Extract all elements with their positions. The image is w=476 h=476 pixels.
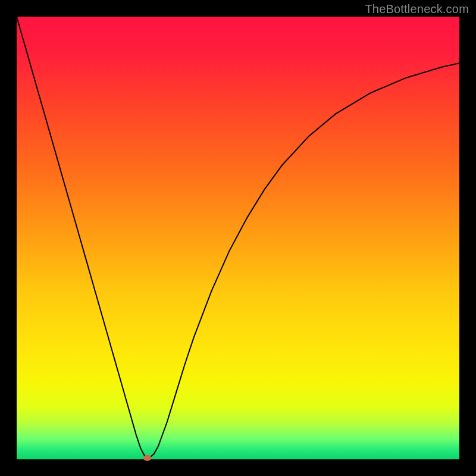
minimum-marker: [143, 455, 151, 461]
chart-container: TheBottleneck.com: [0, 0, 476, 476]
bottleneck-chart: [0, 0, 476, 476]
watermark-text: TheBottleneck.com: [365, 2, 469, 16]
